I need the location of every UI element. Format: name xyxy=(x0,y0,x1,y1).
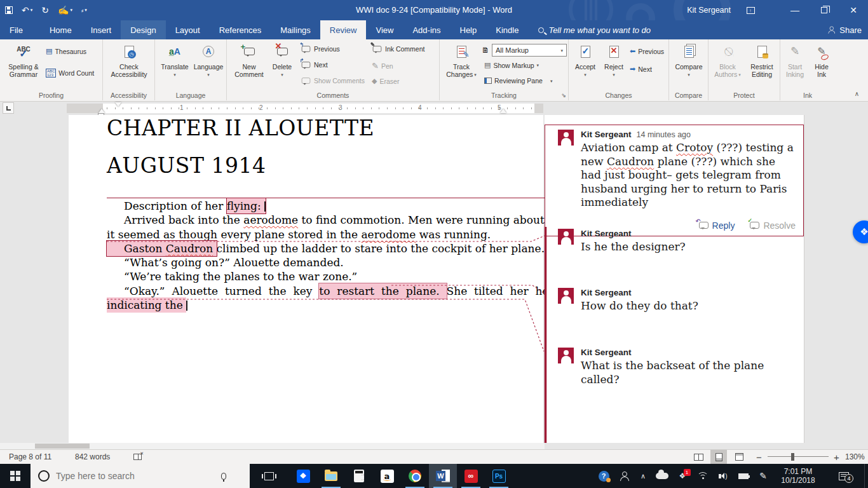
doc-line[interactable]: “We’re taking the planes to the war zone… xyxy=(107,270,536,284)
search-input[interactable] xyxy=(56,471,215,481)
eraser-button[interactable]: ◆ Eraser xyxy=(372,77,399,85)
doc-line[interactable]: it seemed as though every plane stored i… xyxy=(107,228,536,242)
previous-change-button[interactable]: ⬅ Previous xyxy=(630,47,664,55)
taskbar-dropbox[interactable]: ❖ xyxy=(289,464,317,488)
tab-kindle[interactable]: Kindle xyxy=(486,20,528,39)
zoom-out-button[interactable]: − xyxy=(756,450,762,464)
first-line-indent-marker[interactable] xyxy=(115,102,121,107)
task-view-button[interactable] xyxy=(254,464,283,488)
ink-comment-button[interactable]: ✎ Ink Comment xyxy=(372,45,424,53)
word-count-button[interactable]: ABC123 Word Count xyxy=(46,69,94,78)
taskbar-adobe-cc[interactable]: ∞ xyxy=(457,464,485,488)
taskbar-word[interactable]: W xyxy=(429,464,457,488)
tab-selector-button[interactable] xyxy=(3,102,14,114)
tab-review[interactable]: Review xyxy=(320,20,367,39)
proofing-errors-icon[interactable] xyxy=(133,450,142,464)
track-changes-button[interactable]: ✎ Track Changes▾ xyxy=(445,42,478,79)
show-desktop-button[interactable] xyxy=(864,464,868,488)
block-authors-button[interactable]: ⃠ Block Authors▾ xyxy=(711,42,744,79)
ribbon-display-options-button[interactable]: ↑ xyxy=(736,0,765,20)
start-inking-button[interactable]: ✎ StartInking xyxy=(782,42,808,78)
print-layout-button[interactable] xyxy=(710,450,727,464)
horizontal-scrollbar-thumb[interactable] xyxy=(35,444,90,449)
thesaurus-button[interactable]: ▤ Thesaurus xyxy=(46,47,86,55)
previous-comment-button[interactable]: ↰ Previous xyxy=(301,45,340,53)
reviewing-pane-button[interactable]: Reviewing Pane▾ xyxy=(484,77,552,85)
chapter-subheading[interactable]: AUGUST 1914 xyxy=(107,153,266,178)
compare-button[interactable]: Compare▾ xyxy=(671,42,707,79)
next-change-button[interactable]: ➡ Next xyxy=(630,65,652,73)
tab-home[interactable]: Home xyxy=(40,20,81,39)
tab-insert[interactable]: Insert xyxy=(81,20,121,39)
account-name[interactable]: Kit Sergeant xyxy=(687,0,731,20)
taskbar-clock[interactable]: 7:01 PM 10/1/2018 xyxy=(773,464,824,488)
delete-comment-button[interactable]: ✕ Delete▾ xyxy=(269,42,295,79)
tray-show-hidden-icons[interactable]: ∧ xyxy=(634,464,652,488)
read-mode-button[interactable] xyxy=(690,450,707,464)
zoom-slider-track[interactable] xyxy=(768,456,829,457)
pen-button[interactable]: ✎ Pen xyxy=(372,61,393,71)
tray-pen[interactable]: ✎ xyxy=(754,464,773,488)
tab-design[interactable]: Design xyxy=(121,20,165,39)
action-center-button[interactable]: 4 xyxy=(830,464,858,488)
tray-dropbox[interactable]: ❖1 xyxy=(672,464,693,488)
hide-ink-button[interactable]: ✎ HideInk xyxy=(810,42,834,78)
start-button[interactable] xyxy=(0,464,31,488)
language-button[interactable]: A Language▾ xyxy=(192,42,225,79)
document-body[interactable]: Description of her flying: Arrived back … xyxy=(107,200,536,313)
comment-card[interactable]: Kit Sergeant Is he the designer? xyxy=(545,224,804,269)
tray-network[interactable] xyxy=(693,464,713,488)
comment-card-selected[interactable]: Kit Sergeant14 minutes ago Aviation camp… xyxy=(545,125,804,215)
taskbar-calculator[interactable] xyxy=(345,464,373,488)
doc-line[interactable]: “Okay.” Alouette turned the key to resta… xyxy=(107,285,536,299)
taskbar-file-explorer[interactable] xyxy=(317,464,345,488)
taskbar-chrome[interactable] xyxy=(401,464,429,488)
doc-line[interactable]: “What’s going on?” Alouette demanded. xyxy=(107,256,536,270)
microphone-icon[interactable] xyxy=(221,473,226,480)
tray-help[interactable]: ? xyxy=(593,464,614,488)
reject-button[interactable]: ✕ Reject▾ xyxy=(600,42,627,79)
zoom-in-button[interactable]: + xyxy=(834,450,839,464)
restrict-editing-button[interactable]: RestrictEditing xyxy=(745,42,778,78)
tray-battery[interactable] xyxy=(733,464,754,488)
next-comment-button[interactable]: ↱ Next xyxy=(301,61,328,69)
tray-onedrive[interactable] xyxy=(652,464,672,488)
zoom-percent[interactable]: 130% xyxy=(845,450,865,464)
doc-line[interactable]: Description of her flying: xyxy=(107,200,536,214)
minimize-button[interactable]: — xyxy=(780,0,810,20)
collapse-ribbon-button[interactable]: ∧ xyxy=(855,90,859,97)
accept-button[interactable]: ✓ Accept▾ xyxy=(571,42,599,79)
taskbar-photoshop[interactable]: Ps xyxy=(485,464,513,488)
horizontal-ruler[interactable]: 1 2 3 4 5 xyxy=(67,104,543,113)
tab-layout[interactable]: Layout xyxy=(166,20,210,39)
tab-file[interactable]: File xyxy=(0,20,32,39)
page-indicator[interactable]: Page 8 of 11 xyxy=(9,450,51,464)
tray-volume[interactable]: ) xyxy=(713,464,733,488)
document-page[interactable]: CHAPTER II ALOUETTE AUGUST 1914 Descript… xyxy=(69,115,543,443)
tray-people[interactable] xyxy=(614,464,634,488)
tab-references[interactable]: References xyxy=(210,20,271,39)
close-button[interactable]: ✕ xyxy=(839,0,868,20)
new-comment-button[interactable]: + NewComment xyxy=(232,42,266,78)
doc-line[interactable]: Gaston Caudron climbed up the ladder to … xyxy=(107,242,536,256)
tell-me-box[interactable]: Tell me what you want to do xyxy=(528,20,661,39)
hanging-indent-marker[interactable] xyxy=(98,109,105,113)
comment-card[interactable]: Kit Sergeant What is the backseat of the… xyxy=(545,343,804,388)
taskbar-amazon[interactable]: a xyxy=(373,464,401,488)
restore-button[interactable] xyxy=(810,0,839,20)
tab-help[interactable]: Help xyxy=(451,20,487,39)
word-count-indicator[interactable]: 842 words xyxy=(75,450,110,464)
zoom-slider-thumb[interactable] xyxy=(791,453,794,461)
show-comments-button[interactable]: Show Comments xyxy=(301,77,365,85)
tab-view[interactable]: View xyxy=(366,20,403,39)
dropbox-notification-flyout[interactable]: ❖ xyxy=(853,220,868,243)
tab-addins[interactable]: Add-ins xyxy=(403,20,450,39)
doc-line[interactable]: Arrived back into the aerodome to find c… xyxy=(107,214,536,227)
show-markup-button[interactable]: ▤ Show Markup▾ xyxy=(484,61,539,69)
right-indent-marker[interactable] xyxy=(500,109,506,113)
comment-card[interactable]: Kit Sergeant How do they do that? xyxy=(545,283,804,328)
check-accessibility-button[interactable]: ◷ CheckAccessibility xyxy=(108,42,150,78)
spelling-grammar-button[interactable]: ABC ✓ Spelling &Grammar xyxy=(4,42,43,78)
chapter-heading[interactable]: CHAPTER II ALOUETTE xyxy=(107,116,374,140)
doc-line[interactable]: indicating the xyxy=(107,299,536,313)
